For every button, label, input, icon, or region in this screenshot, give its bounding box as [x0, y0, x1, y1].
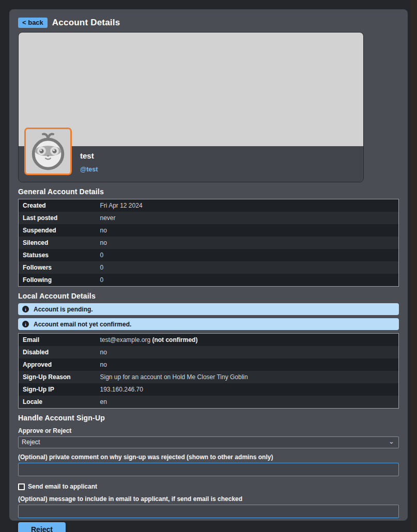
handle-signup-heading: Handle Account Sign-Up [18, 414, 399, 422]
row-value: no [96, 237, 399, 249]
send-email-row: Send email to applicant [18, 483, 399, 490]
username-link[interactable]: @test [80, 166, 98, 173]
approve-reject-select[interactable]: Reject [18, 436, 399, 448]
row-key: Suspended [19, 224, 96, 237]
row-value: 0 [96, 249, 399, 261]
row-value: no [96, 358, 399, 371]
table-row: Email test@example.org (not confirmed) [19, 334, 399, 347]
row-key: Statuses [19, 249, 96, 261]
row-value: test@example.org (not confirmed) [96, 334, 399, 347]
table-row: Sign-Up IP193.160.246.70 [19, 383, 399, 396]
row-key: Email [19, 334, 96, 347]
local-details-table: Email test@example.org (not confirmed) D… [18, 333, 399, 409]
email-unconfirmed-notice: i Account email not yet confirmed. [18, 318, 399, 330]
page-title: Account Details [52, 18, 120, 28]
display-name: test [80, 151, 363, 160]
row-key: Disabled [19, 346, 96, 358]
table-row: Following0 [19, 274, 399, 287]
table-row: Disabledno [19, 346, 399, 358]
table-row: CreatedFri Apr 12 2024 [19, 199, 399, 212]
private-comment-input[interactable] [18, 463, 399, 476]
notice-text: Account is pending. [34, 306, 93, 313]
row-value: en [96, 396, 399, 409]
row-value: never [96, 212, 399, 224]
scrollbar-track[interactable] [411, 0, 417, 532]
email-message-label: (Optional) message to include in email t… [18, 495, 399, 503]
notice-text: Account email not yet confirmed. [34, 321, 131, 328]
approve-reject-select-wrap: Reject ⌄ [18, 436, 399, 448]
send-email-label: Send email to applicant [28, 483, 97, 490]
row-key: Following [19, 274, 96, 287]
pending-notice: i Account is pending. [18, 303, 399, 315]
account-details-panel: < back Account Details [9, 9, 408, 521]
table-row: Approvedno [19, 358, 399, 371]
general-details-heading: General Account Details [18, 187, 399, 196]
approve-reject-label: Approve or Reject [18, 427, 399, 434]
sloth-avatar-icon [27, 131, 69, 172]
row-key: Silenced [19, 237, 96, 249]
send-email-checkbox[interactable] [18, 483, 25, 490]
row-value: no [96, 346, 399, 358]
row-key: Created [19, 199, 96, 212]
row-key: Last posted [19, 212, 96, 224]
back-button[interactable]: < back [18, 18, 48, 28]
reject-button[interactable]: Reject [18, 522, 66, 532]
table-row: Followers0 [19, 261, 399, 274]
table-row: Localeen [19, 396, 399, 409]
email-message-input[interactable] [18, 505, 399, 518]
avatar [24, 128, 72, 175]
row-key: Sign-Up IP [19, 383, 96, 396]
table-row: Statuses0 [19, 249, 399, 261]
table-row: Sign-Up ReasonSign up for an account on … [19, 371, 399, 383]
profile-card: test @test [18, 32, 364, 182]
table-row: Suspendedno [19, 224, 399, 237]
table-row: Silencedno [19, 237, 399, 249]
local-details-heading: Local Account Details [18, 292, 399, 300]
profile-basic-row: test @test [19, 146, 363, 182]
title-row: < back Account Details [18, 18, 399, 28]
info-icon: i [22, 321, 29, 327]
row-key: Sign-Up Reason [19, 371, 96, 383]
row-value: 0 [96, 261, 399, 274]
general-details-table: CreatedFri Apr 12 2024 Last postednever … [18, 199, 399, 287]
table-row: Last postednever [19, 212, 399, 224]
row-value: 193.160.246.70 [96, 383, 399, 396]
not-confirmed-note: (not confirmed) [152, 336, 197, 343]
row-key: Followers [19, 261, 96, 274]
private-comment-label: (Optional) private comment on why sign-u… [18, 453, 399, 461]
row-key: Locale [19, 396, 96, 409]
info-icon: i [22, 306, 29, 312]
row-value: 0 [96, 274, 399, 287]
row-value: no [96, 224, 399, 237]
row-key: Approved [19, 358, 96, 371]
row-value: Sign up for an account on Hold Me Closer… [96, 371, 399, 383]
profile-names: test @test [80, 151, 363, 174]
row-value: Fri Apr 12 2024 [96, 199, 399, 212]
